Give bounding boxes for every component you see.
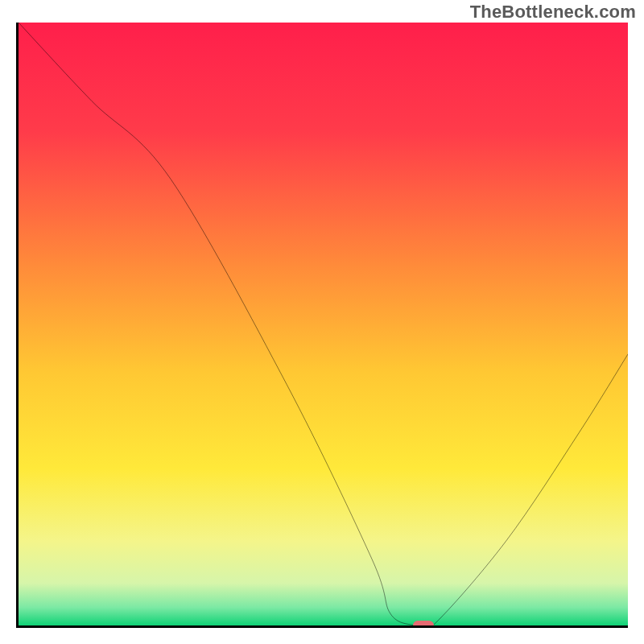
chart-frame: TheBottleneck.com: [0, 0, 644, 644]
bottleneck-curve: [19, 23, 628, 625]
plot-area: [16, 23, 628, 628]
watermark-text: TheBottleneck.com: [470, 2, 636, 23]
optimal-marker: [413, 621, 434, 628]
